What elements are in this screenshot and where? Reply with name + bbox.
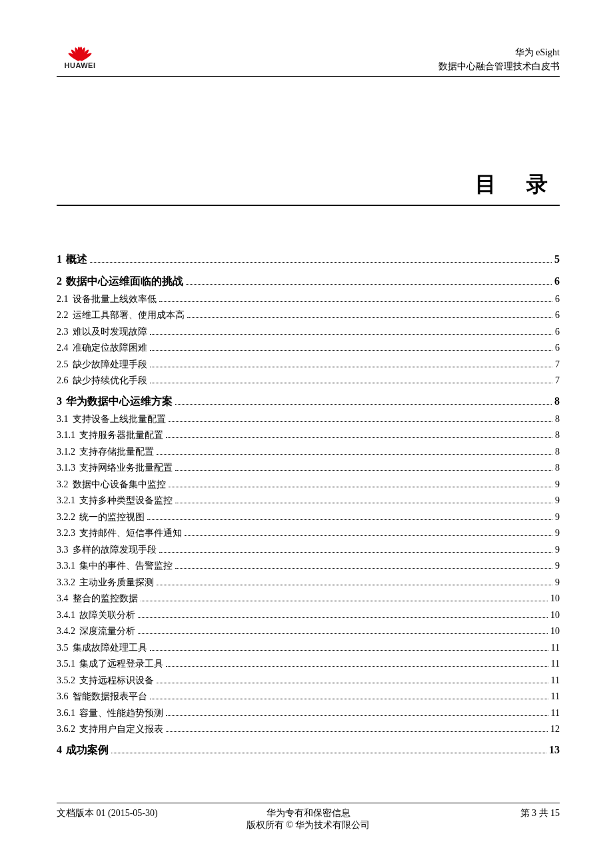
- toc-entry[interactable]: 3华为数据中心运维方案8: [57, 395, 560, 409]
- toc-entry-label: 支持远程标识设备: [79, 675, 154, 687]
- toc-entry-label: 缺少持续优化手段: [73, 375, 147, 387]
- toc-entry[interactable]: 2.6缺少持续优化手段7: [57, 375, 560, 387]
- toc-entry-number: 3.5.2: [57, 675, 75, 686]
- toc-leader-dots: [150, 367, 553, 367]
- toc-entry[interactable]: 2数据中心运维面临的挑战6: [57, 275, 560, 289]
- toc-entry[interactable]: 2.2运维工具部署、使用成本高6: [57, 309, 560, 321]
- toc-leader-dots: [157, 454, 552, 455]
- toc-leader-dots: [175, 503, 552, 503]
- toc-entry-number: 3.5: [57, 643, 69, 653]
- toc-entry-number: 2.2: [57, 310, 69, 321]
- toc-leader-dots: [169, 487, 553, 487]
- toc-entry[interactable]: 3.5.1集成了远程登录工具11: [57, 658, 560, 670]
- toc-entry-page: 9: [555, 512, 560, 523]
- toc-entry-number: 2: [57, 275, 62, 287]
- toc-leader-dots: [166, 731, 548, 732]
- toc-leader-dots: [175, 470, 552, 471]
- toc-entry-label: 深度流量分析: [79, 625, 135, 637]
- toc-leader-dots: [150, 699, 548, 699]
- toc-entry-label: 整合的监控数据: [73, 593, 138, 605]
- toc-entry[interactable]: 2.3难以及时发现故障6: [57, 326, 560, 338]
- toc-entry[interactable]: 2.5缺少故障处理手段7: [57, 359, 560, 371]
- toc-leader-dots: [150, 350, 553, 351]
- toc-entry-page: 6: [555, 294, 560, 305]
- toc-entry-number: 3.5.1: [57, 659, 75, 669]
- toc-entry[interactable]: 3.4.2深度流量分析10: [57, 625, 560, 637]
- toc-leader-dots: [159, 301, 553, 302]
- toc-entry-page: 9: [555, 479, 560, 490]
- toc-entry-label: 多样的故障发现手段: [73, 544, 157, 556]
- footer-version: 文档版本 01 (2015-05-30): [57, 807, 190, 819]
- toc-leader-dots: [90, 262, 552, 263]
- toc-entry-label: 集中的事件、告警监控: [79, 560, 173, 572]
- toc-entry-number: 3.3.1: [57, 561, 75, 571]
- toc-entry-label: 支持邮件、短信事件通知: [79, 527, 182, 539]
- header-line-2: 数据中心融合管理技术白皮书: [438, 59, 560, 73]
- toc-entry-label: 故障关联分析: [79, 609, 135, 621]
- toc-entry-page: 11: [551, 659, 560, 669]
- toc-leader-dots: [138, 617, 548, 618]
- toc-entry-label: 集成了远程登录工具: [79, 658, 163, 670]
- toc-entry[interactable]: 3.2.3支持邮件、短信事件通知9: [57, 527, 560, 539]
- toc-entry[interactable]: 3.2.1支持多种类型设备监控9: [57, 495, 560, 507]
- toc-entry-label: 成功案例: [66, 743, 109, 757]
- toc-entry-number: 3.2.3: [57, 528, 75, 539]
- toc-entry-label: 准确定位故障困难: [73, 342, 147, 354]
- toc-entry-label: 华为数据中心运维方案: [66, 395, 173, 409]
- toc-title: 目 录: [57, 170, 560, 199]
- footer-confidential: 华为专有和保密信息 版权所有 © 华为技术有限公司: [190, 807, 426, 831]
- toc-leader-dots: [150, 383, 553, 383]
- huawei-logo-icon: [64, 40, 96, 60]
- toc-entry-page: 10: [550, 610, 560, 621]
- toc-leader-dots: [157, 585, 552, 585]
- toc-entry[interactable]: 3.3.2主动业务质量探测9: [57, 577, 560, 589]
- toc-entry-number: 2.5: [57, 359, 69, 370]
- toc-entry[interactable]: 3.1.2支持存储批量配置8: [57, 446, 560, 458]
- toc-entry[interactable]: 3.6.1容量、性能趋势预测11: [57, 707, 560, 719]
- toc-entry-number: 3.4: [57, 593, 69, 604]
- toc-entry[interactable]: 3.2.2统一的监控视图9: [57, 511, 560, 523]
- page-header: HUAWEI 华为 eSight 数据中心融合管理技术白皮书: [57, 40, 560, 77]
- toc-entry[interactable]: 3.5集成故障处理工具11: [57, 642, 560, 654]
- toc-entry-number: 3.3: [57, 545, 69, 555]
- toc-entry-page: 8: [555, 447, 560, 457]
- toc-entry[interactable]: 3.3多样的故障发现手段9: [57, 544, 560, 556]
- toc-entry-label: 支持服务器批量配置: [79, 429, 163, 441]
- toc-entry[interactable]: 1概述5: [57, 253, 560, 267]
- toc-entry[interactable]: 4成功案例13: [57, 743, 560, 757]
- toc-entry[interactable]: 3.6智能数据报表平台11: [57, 691, 560, 703]
- toc-entry-number: 2.1: [57, 294, 69, 305]
- toc-entry-page: 11: [551, 675, 560, 686]
- toc-entry-page: 5: [554, 253, 560, 265]
- toc-entry-page: 8: [555, 414, 560, 425]
- toc-entry-page: 8: [555, 463, 560, 473]
- toc-leader-dots: [185, 535, 552, 536]
- toc-entry-number: 3.4.2: [57, 626, 75, 637]
- toc-entry[interactable]: 3.4.1故障关联分析10: [57, 609, 560, 621]
- toc-entry[interactable]: 3.1支持设备上线批量配置8: [57, 413, 560, 425]
- toc-entry-page: 9: [555, 545, 560, 555]
- toc-entry-page: 10: [550, 626, 560, 637]
- toc-entry[interactable]: 3.5.2支持远程标识设备11: [57, 675, 560, 687]
- toc-entry-number: 3.1.2: [57, 447, 75, 457]
- toc-entry-page: 9: [555, 577, 560, 588]
- toc-entry-page: 8: [555, 430, 560, 441]
- toc-entry-page: 6: [555, 343, 560, 353]
- toc-entry[interactable]: 3.1.3支持网络业务批量配置8: [57, 462, 560, 474]
- toc-entry[interactable]: 2.4准确定位故障困难6: [57, 342, 560, 354]
- header-doc-title: 华为 eSight 数据中心融合管理技术白皮书: [438, 45, 560, 73]
- toc-entry[interactable]: 2.1设备批量上线效率低6: [57, 293, 560, 305]
- toc-entry[interactable]: 3.4整合的监控数据10: [57, 593, 560, 605]
- toc-entry[interactable]: 3.6.2支持用户自定义报表12: [57, 723, 560, 735]
- toc-entry-number: 3.3.2: [57, 577, 75, 588]
- toc-entry-number: 3.6.2: [57, 724, 75, 735]
- toc-entry-number: 3.2.1: [57, 495, 75, 506]
- toc-entry[interactable]: 3.2数据中心设备集中监控9: [57, 479, 560, 491]
- toc-entry-page: 6: [554, 275, 560, 287]
- toc-entry-number: 2.3: [57, 327, 69, 337]
- toc-entry-page: 8: [554, 395, 560, 407]
- toc-entry[interactable]: 3.1.1支持服务器批量配置8: [57, 429, 560, 441]
- toc-entry-label: 难以及时发现故障: [73, 326, 147, 338]
- toc-entry-label: 缺少故障处理手段: [73, 359, 147, 371]
- toc-entry[interactable]: 3.3.1集中的事件、告警监控9: [57, 560, 560, 572]
